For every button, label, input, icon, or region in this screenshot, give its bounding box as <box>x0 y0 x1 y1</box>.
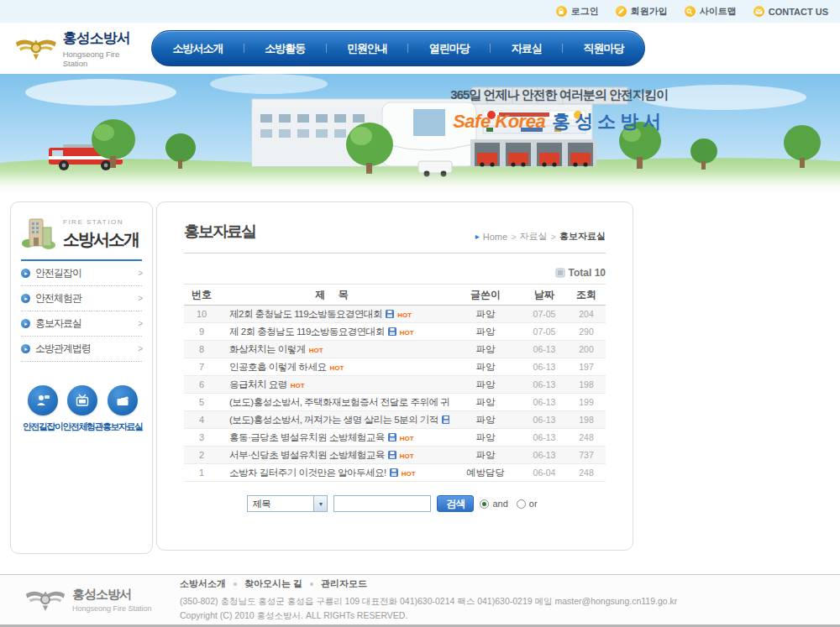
nav-item-plaza[interactable]: 열린마당 <box>424 41 475 56</box>
hero-slogan: 365일 언제나 안전한 여러분의 안전지킴이 <box>450 87 668 103</box>
login-link[interactable]: 로그인 <box>556 5 599 18</box>
sidebar-item-fire-laws[interactable]: ▸ 소방관계법령 > <box>21 337 142 362</box>
contact-label: CONTACT US <box>769 7 828 17</box>
board-row: 9 제 2회 충청남도 119소방동요경연대회 HOT 파앙 07-05 290 <box>184 323 606 341</box>
footer-link-admin[interactable]: 관리자모드 <box>321 577 367 590</box>
search-category-select[interactable]: 제목 ▼ <box>247 495 328 512</box>
col-date: 날짜 <box>522 288 567 302</box>
post-link[interactable]: 서부·신당초 병설유치원 소방체험교육 <box>229 449 385 462</box>
breadcrumb-home[interactable]: Home <box>483 232 507 242</box>
attachment-disk-icon <box>388 451 396 459</box>
quick-safety-center[interactable]: 안전체험관 <box>63 385 103 433</box>
nav-item-about[interactable]: 소방서소개 <box>167 41 228 56</box>
header: 홍성소방서 Hongseong Fire Station 소방서소개 소방활동 … <box>0 23 840 74</box>
footer-link-about[interactable]: 소방서소개 <box>180 577 226 590</box>
sidebar-item-label: 홍보자료실 <box>35 316 81 331</box>
fire-eagle-emblem-icon <box>15 35 57 62</box>
site-subtitle: Hongseong Fire Station <box>63 50 143 68</box>
post-link[interactable]: 제2회 충청남도 119소방동요경연대회 <box>229 308 382 321</box>
sidebar-header: FIRE STATION 소방서소개 <box>21 216 142 251</box>
breadcrumb-current: 홍보자료실 <box>559 230 606 243</box>
footer-info: 소방서소개 찾아오시는 길 관리자모드 (350-802) 충청남도 홍성군 홍… <box>180 577 677 622</box>
chevron-right-icon: > <box>138 319 142 328</box>
contact-link[interactable]: CONTACT US <box>753 6 828 17</box>
radio-and-label: and <box>492 499 507 509</box>
pencil-icon <box>616 6 627 17</box>
chevron-right-icon: > <box>138 269 142 278</box>
hot-badge: HOT <box>291 382 305 389</box>
search-operator-group: and or <box>480 499 542 509</box>
magnifier-icon <box>685 6 696 17</box>
attachment-disk-icon <box>386 310 394 318</box>
sidebar-item-label: 안전길잡이 <box>35 266 81 280</box>
breadcrumb-library[interactable]: 자료실 <box>520 230 548 243</box>
site-title: 홍성소방서 <box>63 29 143 48</box>
hot-badge: HOT <box>309 347 323 354</box>
board-row: 7 인공호흡 이렇게 하세요 HOT 파앙 06-13 197 <box>184 358 606 376</box>
post-link[interactable]: 화상처치는 이렇게 <box>229 343 306 356</box>
search-button[interactable]: 검색 <box>437 495 474 512</box>
breadcrumb-separator: > <box>551 232 556 242</box>
col-title: 제 목 <box>219 288 449 302</box>
hot-badge: HOT <box>397 311 412 319</box>
board-header: 홍보자료실 ▸ Home > 자료실 > 홍보자료실 <box>184 221 606 253</box>
nav-item-activities[interactable]: 소방활동 <box>260 41 310 56</box>
footer-copyright: Copyright (C) 2010 홍성소방서. ALL RIGHTs RES… <box>180 610 677 622</box>
total-label: Total 10 <box>569 267 606 279</box>
mail-icon <box>753 6 764 17</box>
board-row: 1 소방차 길터주기 이것만은 알아두세요! HOT 예방담당 06-04 24… <box>184 464 606 482</box>
post-link[interactable]: (보도)홍성소방서, 꺼져가는 생명 살리는 5분의 기적 <box>229 414 438 426</box>
nav-item-library[interactable]: 자료실 <box>507 41 547 56</box>
signup-label: 회원가입 <box>631 5 668 18</box>
footer-link-directions[interactable]: 찾아오시는 길 <box>244 577 302 590</box>
attachment-disk-icon <box>388 433 396 442</box>
board-panel: 홍보자료실 ▸ Home > 자료실 > 홍보자료실 Total 10 <box>156 201 633 551</box>
signup-link[interactable]: 회원가입 <box>616 5 668 18</box>
radio-or[interactable] <box>517 499 526 509</box>
post-link[interactable]: 소방차 길터주기 이것만은 알아두세요! <box>229 467 386 479</box>
nav-item-staff[interactable]: 직원마당 <box>578 41 628 56</box>
bullet-icon: ▸ <box>21 344 30 353</box>
attachment-disk-icon <box>388 327 396 336</box>
sidebar-item-safety-guide[interactable]: ▸ 안전길잡이 > <box>21 261 142 286</box>
bullet-icon: ▸ <box>21 319 30 328</box>
sidebar-item-pr-library[interactable]: ▸ 홍보자료실 > <box>21 311 142 337</box>
sidebar-eyebrow: FIRE STATION <box>63 218 139 226</box>
attachment-disk-icon <box>390 468 398 477</box>
footer-links: 소방서소개 찾아오시는 길 관리자모드 <box>180 577 677 590</box>
post-link[interactable]: 홍동·금당초 병설유치원 소방체험교육 <box>229 431 385 444</box>
search-input[interactable] <box>333 495 431 512</box>
building-icon <box>21 216 56 251</box>
attachment-disk-icon <box>442 415 449 424</box>
quick-pr-library[interactable]: 홍보자료실 <box>102 385 143 433</box>
post-link[interactable]: (보도)홍성소방서, 주택화재보험증서 전달로 주위에 귀감 <box>229 396 449 409</box>
nav-item-civil[interactable]: 민원안내 <box>342 41 392 56</box>
breadcrumb-arrow-icon: ▸ <box>475 232 480 241</box>
bullet-icon: ▸ <box>21 269 30 278</box>
post-link[interactable]: 인공호흡 이렇게 하세요 <box>229 361 326 374</box>
chevron-right-icon: > <box>138 294 142 303</box>
col-views: 조회 <box>567 288 606 302</box>
site-logo[interactable]: 홍성소방서 Hongseong Fire Station <box>15 29 143 68</box>
board-search-bar: 제목 ▼ 검색 and or <box>184 495 606 512</box>
chevron-right-icon: > <box>138 344 142 353</box>
board-column-header: 번호 제 목 글쓴이 날짜 조회 <box>184 284 606 306</box>
hero-safe-korea: Safe Korea <box>453 111 545 132</box>
sitemap-link[interactable]: 사이트맵 <box>685 5 737 18</box>
sidebar: FIRE STATION 소방서소개 ▸ 안전길잡이 > ▸ 안전체험관 > ▸ <box>10 201 153 554</box>
sidebar-item-label: 안전체험관 <box>35 291 81 306</box>
board-row: 8 화상처치는 이렇게 HOT 파앙 06-13 200 <box>184 341 606 358</box>
quick-safety-guide[interactable]: 안전길잡이 <box>23 385 63 433</box>
footer: 홍성소방서 Hongseong Fire Station 소방서소개 찾아오시는… <box>0 574 840 627</box>
footer-site-subtitle: Hongseong Fire Station <box>72 604 152 613</box>
hero-text: 365일 언제나 안전한 여러분의 안전지킴이 Safe Korea홍성소방서 <box>450 87 668 134</box>
lock-icon <box>556 6 567 17</box>
post-link[interactable]: 응급처치 요령 <box>229 379 287 391</box>
sidebar-quick-links: 안전길잡이 안전체험관 <box>21 385 142 433</box>
sitemap-label: 사이트맵 <box>700 5 737 18</box>
col-no: 번호 <box>184 288 219 302</box>
radio-and[interactable] <box>480 499 489 509</box>
page-title: 홍보자료실 <box>184 221 255 243</box>
sidebar-item-safety-center[interactable]: ▸ 안전체험관 > <box>21 286 142 311</box>
post-link[interactable]: 제 2회 충청남도 119소방동요경연대회 <box>229 326 385 338</box>
